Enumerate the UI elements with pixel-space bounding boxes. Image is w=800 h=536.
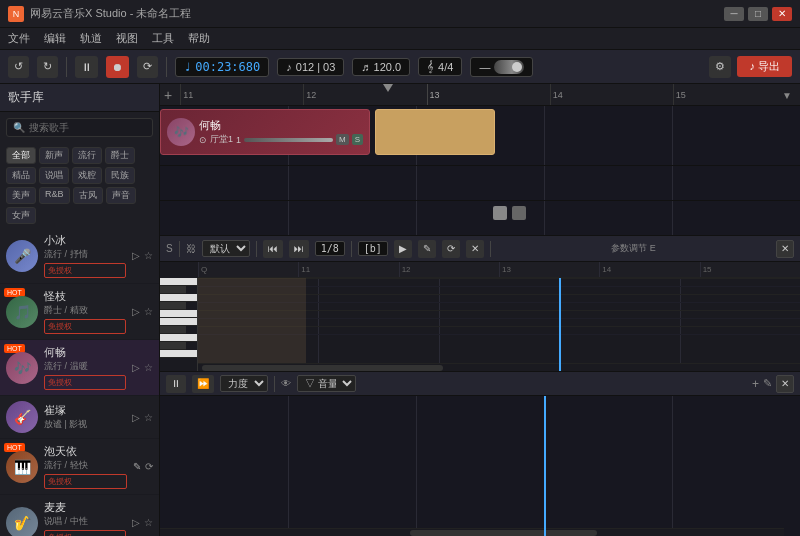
- force-select[interactable]: 力度: [220, 375, 268, 392]
- piano-key-8[interactable]: [160, 334, 197, 342]
- bottom-play-btn[interactable]: ⏸: [166, 375, 186, 393]
- note-block-2[interactable]: [512, 206, 526, 220]
- star-icon-2[interactable]: ☆: [144, 306, 153, 317]
- filter-voice[interactable]: 声音: [106, 187, 136, 204]
- close-button[interactable]: ✕: [772, 7, 792, 21]
- bottom-forward-btn[interactable]: ⏩: [192, 375, 214, 393]
- bottom-add-icon[interactable]: +: [752, 377, 759, 391]
- play-icon[interactable]: ▷: [132, 250, 140, 261]
- star-icon-4[interactable]: ☆: [144, 412, 153, 423]
- piano-key-7[interactable]: [160, 326, 186, 334]
- filter-ancient[interactable]: 古风: [73, 187, 103, 204]
- note-block-1[interactable]: [493, 206, 507, 220]
- quantize-select[interactable]: 默认 1/4 1/8 1/16: [202, 240, 250, 257]
- piano-play-button[interactable]: ▶: [394, 240, 412, 258]
- piano-key-9[interactable]: [160, 342, 186, 350]
- settings-button[interactable]: ⚙: [709, 56, 731, 78]
- edit-icon[interactable]: ✎: [133, 461, 141, 472]
- singer-avatar-paotianyi: 🎹: [6, 451, 38, 483]
- search-input[interactable]: [29, 122, 146, 133]
- menu-edit[interactable]: 编辑: [44, 31, 66, 46]
- piano-btn-2[interactable]: ✎: [418, 240, 436, 258]
- piano-hscrollbar[interactable]: [198, 363, 800, 371]
- filter-rap[interactable]: 说唱: [39, 167, 69, 184]
- piano-scroll-thumb[interactable]: [202, 365, 443, 371]
- filter-jazz[interactable]: 爵士: [105, 147, 135, 164]
- filter-all[interactable]: 全部: [6, 147, 36, 164]
- singer-item-maimai[interactable]: 🎷 麦麦 说唱 / 中性 免授权 ▷ ☆: [0, 495, 159, 536]
- track-badge-m[interactable]: M: [336, 134, 349, 145]
- piano-next-button[interactable]: ⏭: [289, 240, 309, 258]
- singer-item-xiaobing[interactable]: 🎤 小冰 流行 / 抒情 免授权 ▷ ☆: [0, 228, 159, 284]
- zoom-value: —: [479, 61, 490, 73]
- track-row-empty-2: [160, 201, 800, 236]
- filter-female[interactable]: 女声: [6, 207, 36, 224]
- piano-btn-4[interactable]: ✕: [466, 240, 484, 258]
- loop-button[interactable]: ⟳: [137, 56, 158, 78]
- filter-classical[interactable]: 美声: [6, 187, 36, 204]
- menu-view[interactable]: 视图: [116, 31, 138, 46]
- pause-button[interactable]: ⏸: [75, 56, 98, 78]
- right-panel: + 11 12 13 14 15 ▼: [160, 84, 800, 536]
- channel-slider[interactable]: [244, 138, 333, 142]
- singer-track-block[interactable]: 🎶 何畅 ⊙ 厅堂1 1 M S: [160, 109, 370, 155]
- star-icon-3[interactable]: ☆: [144, 362, 153, 373]
- redo-button[interactable]: ↻: [37, 56, 58, 78]
- play-icon-2[interactable]: ▷: [132, 306, 140, 317]
- bottom-close-btn[interactable]: ✕: [776, 375, 794, 393]
- bottom-pencil-icon[interactable]: ✎: [763, 377, 772, 390]
- maximize-button[interactable]: □: [748, 7, 768, 21]
- volume-select[interactable]: ▽ 音量: [297, 375, 356, 392]
- bottom-scroll-thumb[interactable]: [410, 530, 597, 536]
- piano-close-button[interactable]: ✕: [776, 240, 794, 258]
- piano-key-10[interactable]: [160, 350, 197, 358]
- bottom-hscrollbar[interactable]: [160, 528, 784, 536]
- piano-key-2[interactable]: [160, 286, 186, 294]
- filter-rnb[interactable]: R&B: [39, 187, 70, 204]
- grid-line-3: [544, 106, 545, 165]
- piano-key-6[interactable]: [160, 318, 197, 326]
- filter-opera[interactable]: 戏腔: [72, 167, 102, 184]
- singer-item-cuizong[interactable]: 🎸 崔塚 放谧 | 影视 ▷ ☆: [0, 396, 159, 439]
- play-icon-5[interactable]: ⟳: [145, 461, 153, 472]
- filter-quality[interactable]: 精品: [6, 167, 36, 184]
- filter-pop[interactable]: 流行: [72, 147, 102, 164]
- piano-key-4[interactable]: [160, 302, 186, 310]
- menu-tools[interactable]: 工具: [152, 31, 174, 46]
- play-icon-6[interactable]: ▷: [132, 517, 140, 528]
- time-sig-icon: 𝄞: [427, 60, 434, 73]
- av-face-4: 🎸: [6, 401, 38, 433]
- track-badge-s[interactable]: S: [352, 134, 363, 145]
- singer-item-paotianyi[interactable]: HOT 🎹 泡天依 流行 / 轻快 免授权 ✎ ⟳: [0, 439, 159, 495]
- piano-key-3[interactable]: [160, 294, 197, 302]
- minimize-button[interactable]: ─: [724, 7, 744, 21]
- star-icon[interactable]: ☆: [144, 250, 153, 261]
- menu-help[interactable]: 帮助: [188, 31, 210, 46]
- play-icon-4[interactable]: ▷: [132, 412, 140, 423]
- singer-name-hechang: 何畅: [44, 345, 126, 360]
- record-button[interactable]: ⏺: [106, 56, 129, 78]
- singer-name-guaizhi: 怪枝: [44, 289, 126, 304]
- filter-folk[interactable]: 民族: [105, 167, 135, 184]
- quantize-s-label: S: [166, 243, 173, 254]
- piano-ruler-16: 15: [700, 262, 800, 277]
- filter-new[interactable]: 新声: [39, 147, 69, 164]
- menu-track[interactable]: 轨道: [80, 31, 102, 46]
- play-icon-3[interactable]: ▷: [132, 362, 140, 373]
- export-button[interactable]: ♪ 导出: [737, 56, 792, 77]
- piano-key-1[interactable]: [160, 278, 197, 286]
- app-icon: N: [8, 6, 24, 22]
- piano-btn-3[interactable]: ⟳: [442, 240, 460, 258]
- av-face-6: 🎷: [6, 507, 38, 537]
- track-clip-block[interactable]: [375, 109, 495, 155]
- piano-prev-button[interactable]: ⏮: [263, 240, 283, 258]
- undo-button[interactable]: ↺: [8, 56, 29, 78]
- singer-item-guaizhi[interactable]: HOT 🎵 怪枝 爵士 / 精致 免授权 ▷ ☆: [0, 284, 159, 340]
- piano-key-5[interactable]: [160, 310, 197, 318]
- singer-item-hechang[interactable]: HOT 🎶 何畅 流行 / 温暖 免授权 ▷ ☆: [0, 340, 159, 396]
- add-track-button[interactable]: +: [164, 87, 172, 103]
- menu-file[interactable]: 文件: [8, 31, 30, 46]
- singer-avatar-hechang: 🎶: [6, 352, 38, 384]
- star-icon-6[interactable]: ☆: [144, 517, 153, 528]
- zoom-knob[interactable]: [494, 60, 524, 74]
